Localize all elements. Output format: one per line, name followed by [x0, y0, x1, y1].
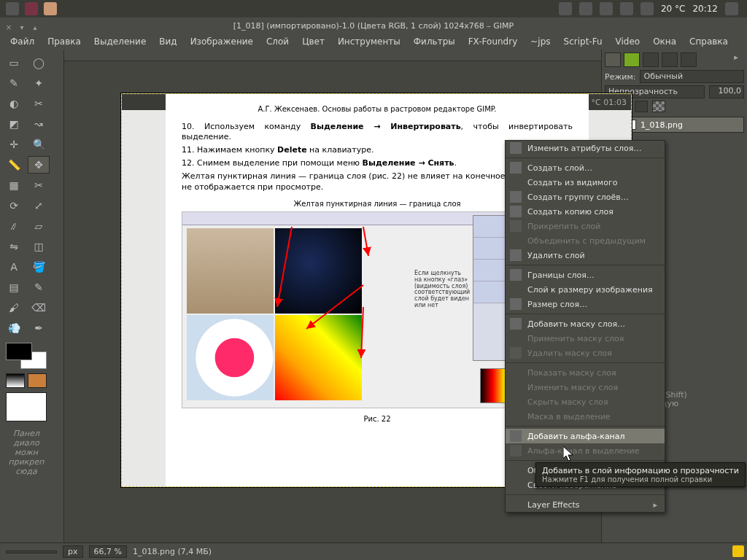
- app-indicator-icon[interactable]: [25, 2, 38, 15]
- menuitem-границы-слоя-[interactable]: Границы слоя…: [506, 268, 665, 282]
- tool-cage[interactable]: ◫: [28, 238, 50, 255]
- tool-airbrush[interactable]: 💨: [3, 319, 25, 337]
- network-icon[interactable]: [559, 2, 572, 15]
- clock[interactable]: 20:12: [692, 4, 718, 14]
- tool-color-picker[interactable]: ✛: [3, 136, 25, 153]
- tool-scale[interactable]: ⤢: [28, 197, 50, 214]
- menuitem-создать-из-видимого[interactable]: Создать из видимого: [506, 175, 665, 190]
- app-indicator-icon[interactable]: [44, 2, 57, 15]
- pointer-coord-box: [6, 551, 57, 553]
- horizontal-ruler[interactable]: [64, 50, 601, 61]
- fg-bg-color-well[interactable]: [6, 343, 47, 369]
- tool-move[interactable]: ✥: [28, 156, 50, 174]
- tool-paths[interactable]: ↝: [28, 115, 50, 133]
- menuitem-создать-группу-слоёв-[interactable]: Создать группу слоёв…: [506, 190, 665, 204]
- volume-icon[interactable]: [579, 2, 592, 15]
- lock-alpha-icon[interactable]: [652, 101, 665, 112]
- lock-pixels-icon[interactable]: [635, 101, 648, 112]
- menu-выделение[interactable]: Выделение: [88, 35, 152, 48]
- tool-blend[interactable]: ▤: [3, 279, 25, 296]
- opacity-value[interactable]: 100,0: [709, 85, 744, 98]
- bluetooth-icon[interactable]: [620, 2, 633, 15]
- tool-foreground-select[interactable]: ◩: [3, 115, 25, 133]
- layer-context-menu[interactable]: Изменить атрибуты слоя…Создать слой…Созд…: [505, 140, 665, 513]
- tab-menu-arrow-icon[interactable]: ▸: [728, 52, 744, 67]
- menuitem-icon: [510, 176, 522, 188]
- tool-flip[interactable]: ⇋: [3, 238, 25, 255]
- tool-shear[interactable]: ⫽: [3, 217, 25, 235]
- menuitem-label: Скрыть маску слоя: [527, 397, 608, 407]
- tool-zoom[interactable]: 🔍: [28, 136, 50, 153]
- window-close-button[interactable]: ×: [4, 20, 13, 28]
- submenu-arrow-icon: ▸: [653, 500, 657, 510]
- fg-color-swatch[interactable]: [6, 343, 32, 360]
- layer-name[interactable]: 1_018.png: [640, 120, 683, 130]
- window-minimize-button[interactable]: ▾: [18, 20, 26, 28]
- menuitem-добавить-альфа-канал[interactable]: Добавить альфа-канал: [506, 429, 665, 443]
- menu-фильтры[interactable]: Фильтры: [408, 35, 461, 48]
- menuitem-удалить-слой[interactable]: Удалить слой: [506, 248, 665, 262]
- tab-brush-icon[interactable]: [681, 52, 697, 67]
- tool-scissors[interactable]: ✂: [28, 95, 50, 112]
- tool-measure[interactable]: 📏: [3, 156, 25, 174]
- menuitem-layer-effects[interactable]: Layer Effects▸: [506, 497, 665, 512]
- tool-text[interactable]: A: [3, 258, 25, 276]
- menu-~jps[interactable]: ~jps: [525, 35, 556, 48]
- tool-fuzzy-select[interactable]: ✦: [28, 74, 50, 92]
- tool-eraser[interactable]: ⌫: [28, 299, 50, 316]
- menu-video[interactable]: Video: [610, 35, 646, 48]
- menu-слой[interactable]: Слой: [260, 35, 295, 48]
- menu-script-fu[interactable]: Script-Fu: [558, 35, 608, 48]
- menu-правка[interactable]: Правка: [42, 35, 87, 48]
- menu-цвет[interactable]: Цвет: [296, 35, 330, 48]
- tool-by-color-select[interactable]: ◐: [3, 95, 25, 112]
- blend-mode-select[interactable]: Обычный: [640, 70, 744, 83]
- zoom-select[interactable]: 66,7 %: [89, 545, 127, 558]
- menuitem-создать-слой-[interactable]: Создать слой…: [506, 160, 665, 175]
- tool-rotate[interactable]: ⟳: [3, 197, 25, 214]
- tool-pencil[interactable]: ✎: [28, 279, 50, 296]
- session-icon[interactable]: [725, 2, 738, 15]
- menuitem-создать-копию-слоя[interactable]: Создать копию слоя: [506, 204, 665, 219]
- menuitem-label: Альфа-канал в выделение: [527, 446, 639, 456]
- dock-tab-strip[interactable]: ▸: [605, 52, 744, 67]
- menu-файл[interactable]: Файл: [4, 35, 40, 48]
- tool-align[interactable]: ▦: [3, 176, 25, 194]
- fig-cell-hamster: [187, 228, 274, 314]
- menu-вид[interactable]: Вид: [153, 35, 182, 48]
- navigation-preview-button[interactable]: [732, 545, 744, 557]
- pattern-preview[interactable]: [28, 373, 47, 388]
- weather-icon[interactable]: [640, 2, 654, 15]
- window-maximize-button[interactable]: ▴: [31, 20, 39, 28]
- tool-ink[interactable]: ✒: [28, 319, 50, 337]
- menuitem-label: Размер слоя…: [527, 300, 587, 309]
- tool-crop[interactable]: ✂: [28, 176, 50, 194]
- vertical-ruler[interactable]: [53, 50, 64, 542]
- active-image-thumbnail[interactable]: [6, 392, 47, 421]
- menuitem-слой-к-размеру-изображения[interactable]: Слой к размеру изображения: [506, 282, 665, 297]
- menuitem-размер-слоя-[interactable]: Размер слоя…: [506, 297, 665, 311]
- menuitem-изменить-атрибуты-слоя-[interactable]: Изменить атрибуты слоя…: [506, 141, 665, 155]
- tool-rect-select[interactable]: ▭: [3, 54, 25, 71]
- tool-bucket-fill[interactable]: 🪣: [28, 258, 50, 276]
- ubuntu-icon[interactable]: [6, 2, 19, 15]
- menuitem-icon: [510, 235, 522, 246]
- tab-paths-icon[interactable]: [643, 52, 659, 67]
- unit-select[interactable]: px: [63, 545, 83, 558]
- menu-fx-foundry[interactable]: FX-Foundry: [462, 35, 524, 48]
- menuitem-добавить-маску-слоя-[interactable]: Добавить маску слоя…: [506, 316, 665, 331]
- tool-perspective[interactable]: ▱: [28, 217, 50, 235]
- tab-channels-icon[interactable]: [624, 52, 640, 67]
- menu-изображение[interactable]: Изображение: [185, 35, 259, 48]
- menu-окна[interactable]: Окна: [647, 35, 682, 48]
- brush-preview[interactable]: [6, 373, 25, 388]
- tab-layers-icon[interactable]: [605, 52, 621, 67]
- tab-undo-icon[interactable]: [662, 52, 678, 67]
- tool-paintbrush[interactable]: 🖌: [3, 299, 25, 316]
- menu-инструменты[interactable]: Инструменты: [332, 35, 406, 48]
- mail-icon[interactable]: [600, 2, 613, 15]
- tool-free-select[interactable]: ✎: [3, 74, 25, 92]
- menu-bar[interactable]: ФайлПравкаВыделениеВидИзображениеСлойЦве…: [0, 34, 747, 50]
- menu-справка[interactable]: Справка: [684, 35, 734, 48]
- tool-ellipse-select[interactable]: ◯: [28, 54, 50, 71]
